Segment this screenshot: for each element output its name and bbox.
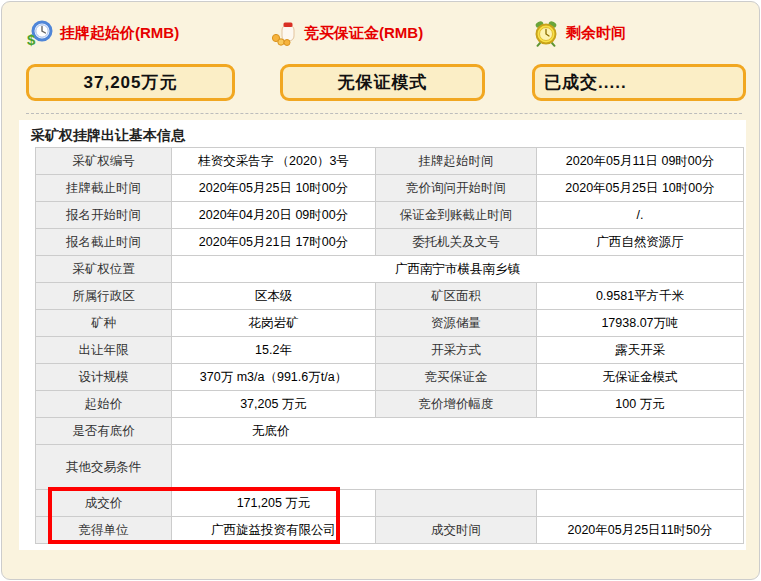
field-label-cell: 报名开始时间: [36, 202, 172, 229]
table-row: 报名截止时间2020年05月21日 17时00分委托机关及文号广西自然资源厅: [36, 229, 744, 256]
field-value-cell: 广西自然资源厅: [537, 229, 744, 256]
auction-page: $ 挂牌起始价(RMB) 竞买保证金(RMB): [1, 1, 760, 580]
field-value-cell: [537, 490, 744, 517]
field-label-cell: 设计规模: [36, 364, 172, 391]
field-value-cell: 17938.07万吨: [537, 310, 744, 337]
field-value-cell: 广西旋益投资有限公司: [172, 517, 376, 544]
table-row: 其他交易条件: [36, 445, 744, 490]
start-price-value: 37,205万元: [84, 71, 178, 94]
field-label-cell: 其他交易条件: [36, 445, 172, 490]
field-value-cell: 无底价: [172, 418, 744, 445]
info-table: 采矿权编号桂资交采告字 （2020）3号挂牌起始时间2020年05月11日 09…: [35, 147, 744, 544]
field-value-cell: 171,205 万元: [172, 490, 376, 517]
field-value-cell: [172, 445, 744, 490]
field-label-cell: 资源储量: [376, 310, 537, 337]
deposit-label: 竞买保证金(RMB): [304, 24, 423, 43]
table-row: 采矿权编号桂资交采告字 （2020）3号挂牌起始时间2020年05月11日 09…: [36, 148, 744, 175]
field-label-cell: 矿种: [36, 310, 172, 337]
table-row: 矿种花岗岩矿资源储量17938.07万吨: [36, 310, 744, 337]
field-label-cell: 挂牌截止时间: [36, 175, 172, 202]
field-label-cell: 采矿权编号: [36, 148, 172, 175]
field-value-cell: 2020年05月21日 17时00分: [172, 229, 376, 256]
field-label-cell: 是否有底价: [36, 418, 172, 445]
field-value-cell: 花岗岩矿: [172, 310, 376, 337]
table-row: 所属行政区区本级矿区面积0.9581平方千米: [36, 283, 744, 310]
field-label-cell: 委托机关及文号: [376, 229, 537, 256]
table-row: 成交价171,205 万元: [36, 490, 744, 517]
table-row: 设计规模370万 m3/a（991.6万t/a）竞买保证金无保证金模式: [36, 364, 744, 391]
table-row: 采矿权位置广西南宁市横县南乡镇: [36, 256, 744, 283]
time-left-label: 剩余时间: [566, 24, 626, 43]
field-value-cell: 区本级: [172, 283, 376, 310]
field-label-cell: 竞买保证金: [376, 364, 537, 391]
field-value-cell: 2020年04月20日 09时00分: [172, 202, 376, 229]
field-label-cell: 出让年限: [36, 337, 172, 364]
time-left-value: 已成交.....: [544, 71, 627, 94]
field-label-cell: 成交价: [36, 490, 172, 517]
svg-text:$: $: [27, 31, 36, 47]
field-label-cell: 矿区面积: [376, 283, 537, 310]
field-value-cell: 370万 m3/a（991.6万t/a）: [172, 364, 376, 391]
field-label-cell: 开采方式: [376, 337, 537, 364]
field-label-cell: 采矿权位置: [36, 256, 172, 283]
field-label-cell: 保证金到账截止时间: [376, 202, 537, 229]
field-label-cell: 竞价询问开始时间: [376, 175, 537, 202]
field-value-cell: 0.9581平方千米: [537, 283, 744, 310]
price-clock-icon: $: [26, 19, 54, 47]
table-row: 是否有底价无底价: [36, 418, 744, 445]
deposit-header: 竞买保证金(RMB): [270, 19, 423, 47]
deposit-bag-icon: [270, 19, 298, 47]
field-label-cell: 竞得单位: [36, 517, 172, 544]
table-row: 出让年限15.2年开采方式露天开采: [36, 337, 744, 364]
field-value-cell: 2020年05月25日 10时00分: [537, 175, 744, 202]
start-price-label: 挂牌起始价(RMB): [60, 24, 179, 43]
field-label-cell: [376, 490, 537, 517]
field-label-cell: 报名截止时间: [36, 229, 172, 256]
field-label-cell: 所属行政区: [36, 283, 172, 310]
deposit-value: 无保证模式: [338, 71, 428, 94]
table-row: 竞得单位广西旋益投资有限公司成交时间2020年05月25日11时50分: [36, 517, 744, 544]
field-label-cell: 起始价: [36, 391, 172, 418]
field-value-cell: 无保证金模式: [537, 364, 744, 391]
time-left-value-box: 已成交.....: [532, 64, 746, 101]
field-value-cell: 广西南宁市横县南乡镇: [172, 256, 744, 283]
field-value-cell: 2020年05月25日 10时00分: [172, 175, 376, 202]
field-value-cell: 15.2年: [172, 337, 376, 364]
field-value-cell: 桂资交采告字 （2020）3号: [172, 148, 376, 175]
field-value-cell: 37,205 万元: [172, 391, 376, 418]
time-left-header: 剩余时间: [532, 19, 626, 47]
table-row: 挂牌截止时间2020年05月25日 10时00分竞价询问开始时间2020年05月…: [36, 175, 744, 202]
section-title: 采矿权挂牌出让基本信息: [31, 127, 746, 143]
dashed-divider: [26, 113, 742, 114]
deposit-value-box: 无保证模式: [280, 64, 485, 101]
field-value-cell: 2020年05月11日 09时00分: [537, 148, 744, 175]
alarm-clock-icon: [532, 19, 560, 47]
field-label-cell: 竞价增价幅度: [376, 391, 537, 418]
field-value-cell: /.: [537, 202, 744, 229]
table-row: 报名开始时间2020年04月20日 09时00分保证金到账截止时间/.: [36, 202, 744, 229]
field-label-cell: 挂牌起始时间: [376, 148, 537, 175]
start-price-value-box: 37,205万元: [26, 64, 235, 101]
field-value-cell: 露天开采: [537, 337, 744, 364]
table-row: 起始价37,205 万元竞价增价幅度100 万元: [36, 391, 744, 418]
field-value-cell: 100 万元: [537, 391, 744, 418]
field-label-cell: 成交时间: [376, 517, 537, 544]
basic-info-panel: 采矿权挂牌出让基本信息 采矿权编号桂资交采告字 （2020）3号挂牌起始时间20…: [19, 120, 746, 550]
field-value-cell: 2020年05月25日11时50分: [537, 517, 744, 544]
start-price-header: $ 挂牌起始价(RMB): [26, 19, 179, 47]
